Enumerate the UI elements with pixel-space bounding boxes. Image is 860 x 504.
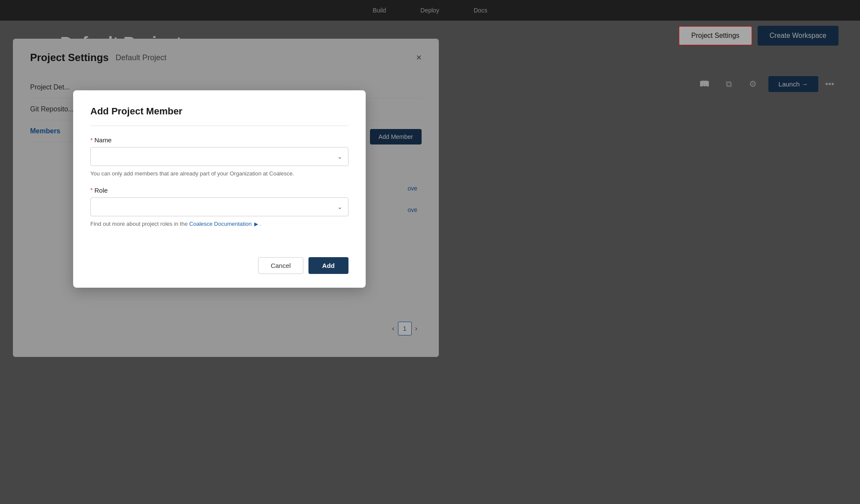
add-project-member-modal: Add Project Member * Name ⌄ You can only… (73, 90, 366, 288)
role-label-text: Role (94, 187, 108, 194)
role-hint-prefix: Find out more about project roles in the (90, 221, 189, 227)
role-select-wrapper: ⌄ (90, 197, 348, 216)
modal-footer: Cancel Add (90, 249, 348, 274)
cancel-button[interactable]: Cancel (258, 257, 303, 274)
role-required-star: * (90, 187, 92, 194)
name-form-group: * Name ⌄ You can only add members that a… (90, 136, 348, 178)
add-button[interactable]: Add (308, 257, 348, 274)
name-select[interactable] (90, 147, 348, 166)
modal-title: Add Project Member (90, 106, 348, 126)
role-label: * Role (90, 187, 348, 194)
name-label: * Name (90, 136, 348, 144)
role-select[interactable] (90, 197, 348, 216)
name-hint: You can only add members that are alread… (90, 169, 348, 178)
role-hint: Find out more about project roles in the… (90, 220, 348, 228)
name-label-text: Name (94, 136, 111, 144)
external-link-icon: ▶ (254, 221, 258, 227)
name-select-wrapper: ⌄ (90, 147, 348, 166)
name-required-star: * (90, 137, 92, 144)
role-hint-suffix: . (259, 221, 261, 227)
coalesce-documentation-link[interactable]: Coalesce Documentation (189, 221, 252, 227)
role-form-group: * Role ⌄ Find out more about project rol… (90, 187, 348, 228)
